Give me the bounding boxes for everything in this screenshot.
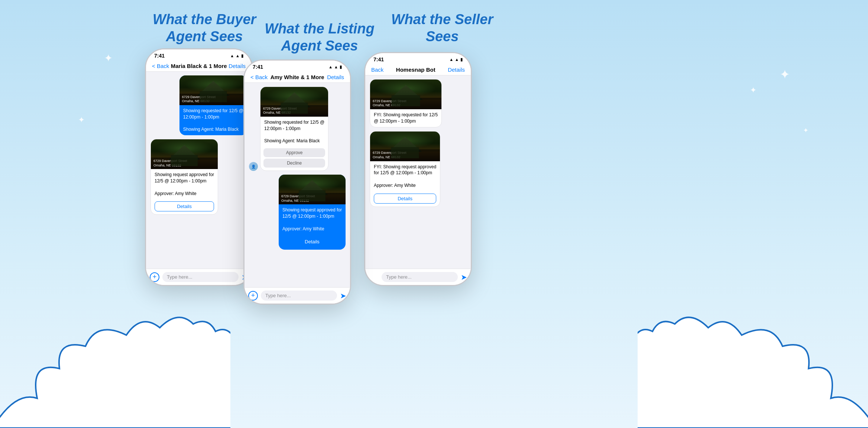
house-img-1: 6729 Davenport StreetOmaha, NE 68132 bbox=[179, 75, 247, 105]
sparkle-1: ✦ bbox=[104, 52, 113, 64]
message-1-listing: 6729 Davenport StreetOmaha, NE 68132 Sho… bbox=[260, 87, 328, 171]
house-img-l2: 6729 Davenport StreetOmaha, NE 68132 bbox=[279, 175, 346, 204]
status-bar-buyer: 7:41 ▲ ▲ ▮ bbox=[146, 49, 252, 61]
address-2-buyer: 6729 Davenport StreetOmaha, NE 68132 bbox=[153, 159, 215, 168]
chat-area-listing: 👤 6729 Davenport StreetOmaha, NE 68132 S… bbox=[244, 83, 350, 287]
nav-back-seller[interactable]: Back bbox=[371, 67, 383, 73]
phone-listing-agent: 7:41 ▲ ▲ ▮ < Back Amy White & 1 More Det… bbox=[243, 59, 351, 305]
signal-icon: ▲ bbox=[230, 54, 234, 58]
status-icons-listing: ▲ ▲ ▮ bbox=[328, 65, 342, 69]
avatar-row-1: 👤 6729 Davenport StreetOmaha, NE 68132 S… bbox=[249, 87, 346, 171]
bubble-text-l1: Showing requested for 12/5 @12:00pm - 1:… bbox=[260, 117, 328, 147]
sparkle-3: ✦ bbox=[750, 85, 757, 95]
message-2-listing: 6729 Davenport StreetOmaha, NE 68132 Sho… bbox=[279, 175, 346, 250]
nav-title-seller: Homesnap Bot bbox=[396, 67, 435, 73]
sparkle-2: ✦ bbox=[78, 115, 85, 125]
input-field-buyer[interactable]: Type here... bbox=[162, 272, 239, 282]
chat-area-seller: 6729 Davenport StreetOmaha, NE 68132 FYI… bbox=[365, 75, 471, 269]
message-2-seller: 6729 Davenport StreetOmaha, NE 68132 FYI… bbox=[370, 131, 440, 207]
label-seller: What the Seller Sees bbox=[390, 11, 494, 45]
img-overlay-2: 6729 Davenport StreetOmaha, NE 68132 bbox=[151, 158, 218, 169]
bubble-text-1-buyer: Showing requested for 12/5 @12:00pm - 1:… bbox=[179, 105, 247, 135]
img-overlay-s1: 6729 Davenport StreetOmaha, NE 68132 bbox=[370, 98, 441, 109]
wifi-icon: ▲ bbox=[236, 54, 240, 58]
decline-btn-listing[interactable]: Decline bbox=[263, 159, 325, 168]
status-bar-listing: 7:41 ▲ ▲ ▮ bbox=[244, 61, 350, 72]
address-s2: 6729 Davenport StreetOmaha, NE 68132 bbox=[373, 151, 437, 159]
nav-back-buyer[interactable]: < Back bbox=[152, 63, 169, 69]
nav-bar-listing: < Back Amy White & 1 More Details bbox=[244, 72, 350, 83]
nav-details-listing[interactable]: Details bbox=[327, 74, 344, 80]
label-buyer-agent: What the Buyer Agent Sees bbox=[141, 11, 268, 45]
message-1-buyer: 6729 Davenport StreetOmaha, NE 68132 Sho… bbox=[179, 75, 247, 135]
add-attachment-listing[interactable]: + bbox=[248, 291, 258, 301]
status-time-seller: 7:41 bbox=[373, 56, 384, 62]
input-bar-listing: + Type here... ➤ bbox=[244, 287, 350, 304]
message-1-seller: 6729 Davenport StreetOmaha, NE 68132 FYI… bbox=[370, 79, 442, 127]
status-bar-seller: 7:41 ▲ ▲ ▮ bbox=[365, 53, 471, 64]
cloud-right bbox=[638, 287, 868, 428]
address-l1: 6729 Davenport StreetOmaha, NE 68132 bbox=[263, 107, 326, 115]
sparkle-4: ✦ bbox=[780, 67, 790, 82]
address-1-buyer: 6729 Davenport StreetOmaha, NE 68132 bbox=[182, 95, 244, 104]
avatar-listing: 👤 bbox=[249, 162, 258, 171]
status-icons-buyer: ▲ ▲ ▮ bbox=[230, 54, 243, 58]
img-overlay-l2: 6729 Davenport StreetOmaha, NE 68132 bbox=[279, 193, 346, 204]
nav-bar-seller: Back Homesnap Bot Details bbox=[365, 64, 471, 75]
send-btn-listing[interactable]: ➤ bbox=[340, 291, 346, 300]
cloud-left bbox=[0, 287, 230, 428]
signal-icon-l: ▲ bbox=[328, 65, 333, 69]
bubble-text-s1: FYI: Showing requested for 12/5@ 12:00pm… bbox=[370, 109, 441, 127]
signal-icon-s: ▲ bbox=[449, 57, 453, 62]
battery-icon: ▮ bbox=[241, 54, 243, 58]
phone-seller: 7:41 ▲ ▲ ▮ Back Homesnap Bot Details 672… bbox=[364, 52, 472, 286]
input-bar-buyer: + Type here... ➤ bbox=[146, 269, 252, 285]
send-btn-seller[interactable]: ➤ bbox=[461, 273, 467, 282]
details-btn-seller[interactable]: Details bbox=[374, 194, 436, 204]
address-s1: 6729 Davenport StreetOmaha, NE 68132 bbox=[373, 99, 439, 108]
phone-buyer-agent: 7:41 ▲ ▲ ▮ < Back Maria Black & 1 More D… bbox=[145, 48, 253, 286]
nav-details-buyer[interactable]: Details bbox=[229, 63, 246, 69]
bubble-text-2-buyer: Showing request approved for12/5 @ 12:00… bbox=[151, 169, 218, 199]
details-btn-listing[interactable]: Details bbox=[282, 237, 342, 247]
nav-details-seller[interactable]: Details bbox=[448, 67, 465, 73]
nav-bar-buyer: < Back Maria Black & 1 More Details bbox=[146, 61, 252, 72]
details-btn-buyer[interactable]: Details bbox=[155, 201, 214, 211]
house-img-2: 6729 Davenport StreetOmaha, NE 68132 bbox=[151, 139, 218, 169]
wifi-icon-l: ▲ bbox=[334, 65, 338, 69]
wifi-icon-s: ▲ bbox=[455, 57, 459, 62]
status-time-listing: 7:41 bbox=[253, 64, 263, 70]
message-2-buyer: 6729 Davenport StreetOmaha, NE 68132 Sho… bbox=[150, 139, 218, 215]
spacer-seller bbox=[369, 272, 379, 282]
battery-icon-s: ▮ bbox=[460, 57, 463, 62]
input-field-listing[interactable]: Type here... bbox=[261, 291, 337, 301]
approve-btn-listing[interactable]: Approve bbox=[263, 148, 325, 157]
input-bar-seller: Type here... ➤ bbox=[365, 269, 471, 285]
label-listing-agent: What the Listing Agent Sees bbox=[256, 20, 383, 54]
house-img-s1: 6729 Davenport StreetOmaha, NE 68132 bbox=[370, 80, 441, 109]
nav-title-buyer: Maria Black & 1 More bbox=[171, 63, 227, 69]
house-img-l1: 6729 Davenport StreetOmaha, NE 68132 bbox=[260, 87, 328, 117]
nav-back-listing[interactable]: < Back bbox=[250, 74, 268, 80]
img-overlay-1: 6729 Davenport StreetOmaha, NE 68132 bbox=[179, 94, 247, 105]
status-time-buyer: 7:41 bbox=[154, 53, 165, 59]
img-overlay-s2: 6729 Davenport StreetOmaha, NE 68132 bbox=[370, 149, 440, 161]
img-overlay-l1: 6729 Davenport StreetOmaha, NE 68132 bbox=[260, 105, 328, 117]
add-attachment-buyer[interactable]: + bbox=[150, 272, 159, 282]
address-l2: 6729 Davenport StreetOmaha, NE 68132 bbox=[281, 194, 343, 203]
house-img-s2: 6729 Davenport StreetOmaha, NE 68132 bbox=[370, 132, 440, 161]
chat-area-buyer: 6729 Davenport StreetOmaha, NE 68132 Sho… bbox=[146, 72, 252, 269]
battery-icon-l: ▮ bbox=[340, 65, 342, 69]
input-field-seller[interactable]: Type here... bbox=[382, 272, 458, 282]
bubble-text-l2: Showing request approved for12/5 @ 12:00… bbox=[279, 204, 346, 234]
nav-title-listing: Amy White & 1 More bbox=[271, 74, 324, 80]
sparkle-5: ✦ bbox=[803, 126, 809, 134]
bubble-text-s2: FYI: Showing request approvedfor 12/5 @ … bbox=[370, 161, 440, 191]
status-icons-seller: ▲ ▲ ▮ bbox=[449, 57, 463, 62]
